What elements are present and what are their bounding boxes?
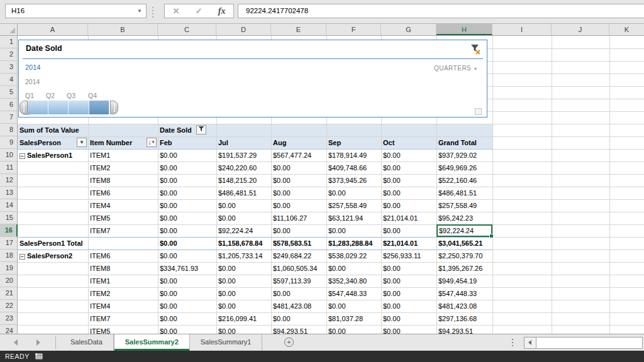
sheet-nav-right-icon[interactable] [36,339,40,346]
pivot-total-value[interactable]: $578,583.51 [271,237,326,250]
pivot-value-cell[interactable]: $486,481.51 [436,187,492,199]
column-header-E[interactable]: E [271,24,326,35]
pivot-value-cell[interactable]: $240,220.60 [216,162,271,174]
pivot-total-value[interactable]: $0.00 [158,237,216,250]
collapse-icon[interactable]: − [19,254,25,260]
pivot-value-cell[interactable]: $522,160.46 [436,174,492,187]
row-header-9[interactable]: 9 [0,136,18,149]
fill-handle[interactable] [489,234,494,238]
pivot-value-cell[interactable]: $0.00 [158,250,216,262]
pivot-value-cell[interactable]: $486,481.51 [216,187,271,199]
pivot-value-cell[interactable]: $0.00 [271,162,326,174]
pivot-value-cell[interactable]: $11,106.27 [271,212,326,224]
pivot-value-cell[interactable]: $0.00 [216,212,271,224]
row-header-5[interactable]: 5 [0,86,18,99]
pivot-value-cell[interactable]: $0.00 [271,199,326,212]
timeline-segment-q2[interactable] [48,101,69,114]
insert-function-icon[interactable]: fx [218,6,226,16]
pivot-value-cell[interactable]: $249,684.22 [271,250,326,262]
pivot-item-label[interactable]: ITEM6 [88,250,158,262]
column-header-J[interactable]: J [552,24,609,35]
slicer-scroll-right-icon[interactable] [475,108,482,115]
clear-filter-icon[interactable] [470,44,481,55]
tab-salessummary1[interactable]: SalesSummary1 [190,334,263,351]
pivot-value-cell[interactable]: $334,761.93 [158,262,216,275]
pivot-value-cell[interactable]: $0.00 [158,162,216,174]
pivot-value-cell[interactable]: $0.00 [381,300,436,312]
pivot-value-cell[interactable]: $0.00 [381,199,436,212]
selected-cell[interactable]: $92,224.24 [436,224,492,237]
pivot-column-header[interactable]: Oct [381,136,436,149]
pivot-value-cell[interactable]: $0.00 [271,287,326,300]
pivot-value-cell[interactable]: $191,537.29 [216,149,271,162]
pivot-value-cell[interactable]: $0.00 [216,325,271,334]
pivot-value-cell[interactable]: $538,029.22 [326,250,381,262]
column-header-D[interactable]: D [216,24,271,35]
timeline-segment-q1[interactable] [28,101,48,114]
timeline-left-handle-icon[interactable] [19,101,28,114]
column-header-H[interactable]: H [436,24,492,35]
pivot-item-label[interactable]: ITEM5 [88,212,158,224]
pivot-item-label[interactable]: ITEM2 [88,162,158,174]
row-header-1[interactable]: 1 [0,36,18,48]
scroll-left-button[interactable] [525,337,536,348]
pivot-value-cell[interactable]: $567,477.24 [271,149,326,162]
pivot-value-cell[interactable]: $1,060,505.34 [271,262,326,275]
pivot-value-cell[interactable]: $352,340.80 [326,275,381,287]
pivot-value-cell[interactable]: $0.00 [158,300,216,312]
pivot-value-cell[interactable]: $178,914.49 [326,149,381,162]
pivot-value-cell[interactable]: $95,242.23 [436,212,492,224]
pivot-value-cell[interactable]: $256,933.11 [381,250,436,262]
pivot-value-cell[interactable]: $0.00 [216,199,271,212]
timeline-right-handle-icon[interactable] [110,101,118,114]
pivot-value-cell[interactable]: $0.00 [271,174,326,187]
pivot-value-cell[interactable]: $0.00 [326,300,381,312]
pivot-column-header[interactable]: Jul [216,136,271,149]
cancel-icon[interactable]: ✕ [173,6,180,16]
row-header-2[interactable]: 2 [0,48,18,61]
formula-input[interactable]: 92224.2417702478 [238,4,644,18]
item-number-sort-button[interactable]: ↓▼ [147,138,157,147]
pivot-value-cell[interactable]: $94,293.51 [436,325,492,334]
pivot-column-header[interactable]: Sep [326,136,381,149]
pivot-value-cell[interactable]: $0.00 [271,187,326,199]
pivot-group-label[interactable]: −SalesPerson1 [18,149,88,162]
horizontal-scrollbar[interactable] [524,337,643,349]
select-all-button[interactable] [0,24,18,35]
pivot-value-cell[interactable]: $0.00 [326,325,381,334]
add-sheet-button[interactable]: + [284,337,294,347]
pivot-value-cell[interactable]: $0.00 [158,187,216,199]
pivot-value-cell[interactable]: $0.00 [381,162,436,174]
pivot-value-cell[interactable]: $148,215.20 [216,174,271,187]
row-header-20[interactable]: 20 [0,275,18,287]
pivot-item-label[interactable]: ITEM7 [88,224,158,237]
row-header-10[interactable]: 10 [0,149,18,162]
macro-record-icon[interactable] [35,353,43,360]
pivot-value-cell[interactable]: $597,113.39 [271,275,326,287]
pivot-colheader-label[interactable]: Item Number [88,136,147,149]
row-header-18[interactable]: 18 [0,250,18,262]
timeline-segment-q4[interactable] [89,101,110,114]
row-header-6[interactable]: 6 [0,99,18,111]
timeline-span-control[interactable] [19,101,118,114]
row-header-17[interactable]: 17 [0,237,18,250]
pivot-value-cell[interactable]: $0.00 [216,300,271,312]
pivot-value-cell[interactable]: $547,448.33 [326,287,381,300]
column-header-K[interactable]: K [609,24,644,35]
pivot-item-label[interactable]: ITEM5 [88,325,158,334]
pivot-item-label[interactable]: ITEM4 [88,199,158,212]
pivot-item-label[interactable]: ITEM1 [88,149,158,162]
sheet-nav-left-icon[interactable] [14,339,18,346]
pivot-value-cell[interactable]: $0.00 [158,312,216,325]
pivot-value-cell[interactable]: $0.00 [381,287,436,300]
pivot-value-cell[interactable]: $94,293.51 [271,325,326,334]
pivot-value-cell[interactable]: $2,250,379.70 [436,250,492,262]
row-header-23[interactable]: 23 [0,312,18,325]
row-header-3[interactable]: 3 [0,61,18,74]
pivot-total-value[interactable]: $1,283,288.84 [326,237,381,250]
pivot-value-cell[interactable]: $0.00 [158,224,216,237]
enter-icon[interactable]: ✓ [196,6,203,16]
pivot-value-cell[interactable]: $0.00 [381,325,436,334]
pivot-value-cell[interactable]: $1,205,733.14 [216,250,271,262]
column-header-B[interactable]: B [88,24,158,35]
